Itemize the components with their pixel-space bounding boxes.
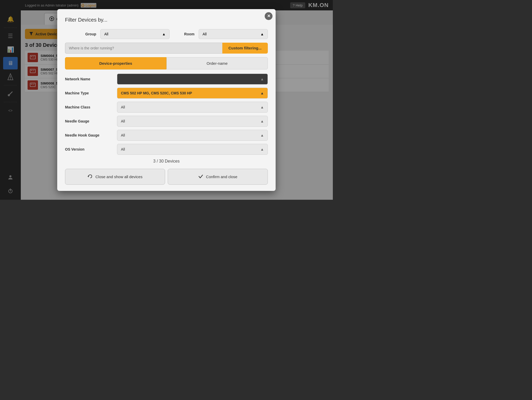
action-buttons: Close and show all devices Confirm and c… <box>65 169 268 185</box>
os-version-chevron-icon: ▲ <box>260 147 264 151</box>
field-needle-gauge: Needle Gauge All ▲ <box>65 116 268 127</box>
filter-type-row: Device-properties Order-name <box>65 57 268 69</box>
field-machine-type: Machine Type CMS 502 HP MG, CMS 520C, CM… <box>65 88 268 99</box>
close-show-all-button[interactable]: Close and show all devices <box>65 169 165 185</box>
confirm-icon <box>198 174 203 180</box>
field-needle-hook-gauge: Needle Hook Gauge All ▲ <box>65 130 268 141</box>
modal-title: Filter Devices by... <box>65 17 268 23</box>
machine-type-label: Machine Type <box>65 91 117 95</box>
room-select[interactable]: All ▲ <box>199 29 268 39</box>
field-machine-class: Machine Class All ▲ <box>65 102 268 113</box>
group-chevron-icon: ▲ <box>162 32 166 36</box>
confirm-close-button[interactable]: Confirm and close <box>168 169 268 185</box>
field-network-name: Network Name ▲ <box>65 74 268 85</box>
needle-hook-gauge-label: Needle Hook Gauge <box>65 133 117 137</box>
filter-type-order-button[interactable]: Order-name <box>166 57 268 69</box>
os-version-value: All <box>121 147 125 151</box>
field-os-version: OS Version All ▲ <box>65 144 268 155</box>
network-name-chevron-icon: ▲ <box>260 77 264 81</box>
machine-class-control[interactable]: All ▲ <box>117 102 268 113</box>
needle-hook-gauge-chevron-icon: ▲ <box>260 133 264 137</box>
os-version-label: OS Version <box>65 147 117 151</box>
order-search-input[interactable] <box>65 43 222 54</box>
machine-class-value: All <box>121 105 125 109</box>
modal-device-count: 3 / 30 Devices <box>65 159 268 164</box>
filter-type-device-button[interactable]: Device-properties <box>65 57 166 69</box>
custom-filter-button[interactable]: Custom filtering... <box>222 43 268 54</box>
group-select[interactable]: All ▲ <box>100 29 170 39</box>
machine-class-label: Machine Class <box>65 105 117 109</box>
machine-type-control[interactable]: CMS 502 HP MG, CMS 520C, CMS 530 HP ▲ <box>117 88 268 99</box>
undo-icon <box>88 174 93 180</box>
network-name-label: Network Name <box>65 77 117 81</box>
network-name-control[interactable]: ▲ <box>117 74 268 85</box>
close-show-all-label: Close and show all devices <box>95 175 142 179</box>
confirm-close-label: Confirm and close <box>206 175 237 179</box>
group-room-row: Group All ▲ Room All ▲ <box>65 29 268 39</box>
needle-hook-gauge-control[interactable]: All ▲ <box>117 130 268 141</box>
group-label: Group <box>65 32 96 36</box>
filter-modal: ✕ Filter Devices by... Group All ▲ Room … <box>57 9 276 191</box>
group-value: All <box>104 32 108 36</box>
os-version-control[interactable]: All ▲ <box>117 144 268 155</box>
needle-gauge-control[interactable]: All ▲ <box>117 116 268 127</box>
machine-type-chevron-icon: ▲ <box>260 91 264 95</box>
svg-marker-42 <box>88 175 89 177</box>
room-value: All <box>203 32 207 36</box>
needle-hook-gauge-value: All <box>121 133 125 137</box>
modal-overlay: ✕ Filter Devices by... Group All ▲ Room … <box>0 0 333 200</box>
needle-gauge-value: All <box>121 119 125 123</box>
machine-type-value: CMS 502 HP MG, CMS 520C, CMS 530 HP <box>121 91 192 95</box>
machine-class-chevron-icon: ▲ <box>260 105 264 109</box>
needle-gauge-label: Needle Gauge <box>65 119 117 123</box>
modal-close-button[interactable]: ✕ <box>265 12 273 20</box>
needle-gauge-chevron-icon: ▲ <box>260 119 264 123</box>
search-row: Custom filtering... <box>65 43 268 54</box>
room-label: Room <box>174 32 194 36</box>
room-chevron-icon: ▲ <box>260 32 264 36</box>
